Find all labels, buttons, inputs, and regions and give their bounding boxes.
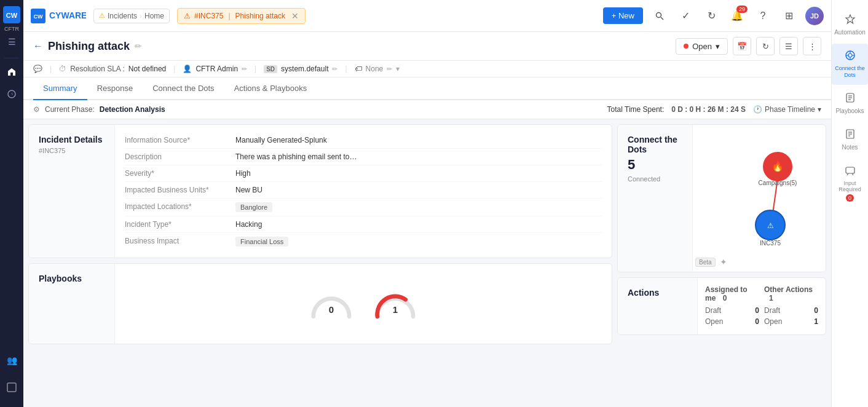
- tab-close-button[interactable]: ✕: [291, 11, 299, 21]
- list-icon[interactable]: ☰: [779, 37, 798, 55]
- system-edit-icon[interactable]: ✏: [332, 65, 337, 73]
- phase-left: ⚙ Current Phase: Detection Analysis: [33, 105, 165, 114]
- meta-assignee: 👤 CFTR Admin ✏: [183, 65, 247, 73]
- draft-label-other: Draft: [764, 306, 780, 315]
- assignee-icon: 👤: [183, 65, 192, 73]
- sidebar-bottom-icon[interactable]: [2, 377, 22, 397]
- card-inner: Incident Details #INC375 Information Sou…: [29, 125, 612, 258]
- actions-label-section: Actions: [618, 278, 698, 334]
- panel-item-playbooks[interactable]: Playbooks: [832, 86, 868, 121]
- grid-icon[interactable]: ⊞: [779, 7, 798, 25]
- open-value-mine: 0: [755, 317, 759, 326]
- calendar-icon[interactable]: 📅: [733, 37, 751, 55]
- open-label-mine: Open: [705, 317, 723, 326]
- assigned-count: 0: [723, 294, 727, 302]
- tab-response[interactable]: Response: [87, 77, 143, 100]
- card-label-section: Incident Details #INC375: [29, 125, 115, 258]
- tag-edit-icon[interactable]: ✏: [387, 65, 392, 73]
- field-description: Description There was a phishing email s…: [125, 149, 602, 165]
- notification-badge: 29: [736, 6, 748, 13]
- sidebar-icon-1[interactable]: [2, 84, 22, 104]
- app-logo[interactable]: CW CFTR: [2, 5, 22, 25]
- tab-actions-playbooks[interactable]: Actions & Playbooks: [224, 77, 317, 100]
- sidebar-home-icon[interactable]: [2, 62, 22, 82]
- svg-text:⚠: ⚠: [767, 221, 774, 230]
- panel-item-automation[interactable]: Automation: [832, 7, 868, 42]
- other-actions-header: Other Actions 1: [764, 285, 818, 302]
- incident-id-label: #INC375: [39, 147, 105, 154]
- new-button[interactable]: + New: [603, 7, 643, 24]
- resolution-sla-label: Resolution SLA :: [70, 65, 125, 73]
- automation-icon: [845, 14, 856, 28]
- svg-rect-32: [846, 167, 854, 173]
- left-sidebar: CW CFTR ☰ 👥: [0, 0, 23, 407]
- right-column: Connect the Dots 5 Connected: [617, 124, 826, 402]
- svg-point-19: [848, 53, 852, 57]
- svg-text:CYWARE: CYWARE: [49, 10, 86, 20]
- back-arrow-icon[interactable]: ←: [33, 41, 43, 52]
- meta-system: SD system.default ✏: [264, 65, 337, 73]
- status-button[interactable]: Open ▾: [676, 38, 728, 55]
- refresh-icon[interactable]: ↻: [702, 7, 720, 25]
- right-panel: Automation Connect the Dots: [831, 0, 868, 407]
- title-edit-icon[interactable]: ✏: [135, 41, 142, 51]
- panel-item-notes[interactable]: Notes: [832, 122, 868, 157]
- playbooks-card: Playbooks 0: [28, 263, 612, 344]
- warn-icon: ⚠: [99, 12, 105, 20]
- location-tag: Banglore: [235, 202, 272, 212]
- graph-area: 🔥 Campaigns(5) ⚠ INC375 Beta: [693, 125, 826, 272]
- search-icon[interactable]: [650, 7, 669, 25]
- input-required-badge: 0: [846, 194, 854, 202]
- svg-text:CW: CW: [6, 12, 18, 19]
- tab-connect-dots[interactable]: Connect the Dots: [143, 77, 224, 100]
- draft-label-mine: Draft: [705, 306, 721, 315]
- actions-body: Assigned to me 0 Draft 0 Ope: [698, 278, 826, 334]
- panel-item-connect-dots[interactable]: Connect the Dots: [832, 44, 868, 85]
- field-business-units: Impacted Business Units* New BU: [125, 182, 602, 199]
- connect-dots-graph: 🔥 Campaigns(5) ⚠ INC375: [698, 130, 821, 265]
- svg-point-7: [657, 12, 661, 17]
- actions-card: Actions Assigned to me 0: [617, 277, 826, 335]
- more-options-icon[interactable]: ⋮: [803, 37, 821, 55]
- field-value-locations: Banglore: [235, 202, 275, 212]
- notification-icon[interactable]: 🔔 29: [728, 7, 746, 25]
- refresh-action-icon[interactable]: ↻: [756, 37, 775, 55]
- phase-timeline-button[interactable]: 🕐 Phase Timeline ▾: [753, 105, 821, 114]
- tag-chevron-icon[interactable]: ▾: [396, 65, 400, 73]
- cyware-logo: CW CYWARE: [31, 9, 86, 23]
- connect-dots-panel-label: Connect the Dots: [834, 65, 866, 79]
- svg-text:0: 0: [329, 304, 334, 315]
- meta-tags: 🏷 None ✏ ▾: [355, 65, 400, 73]
- open-label-other: Open: [764, 317, 782, 326]
- breadcrumb[interactable]: ⚠ Incidents › Home: [93, 9, 170, 23]
- sidebar-bottom: 👥: [2, 350, 22, 407]
- action-row-draft-mine: Draft 0: [705, 305, 759, 316]
- graph-settings-icon[interactable]: ✦: [720, 257, 727, 267]
- status-dot: [684, 44, 688, 49]
- title-right: Open ▾ 📅 ↻ ☰ ⋮: [676, 37, 821, 55]
- svg-text:INC375: INC375: [760, 240, 781, 247]
- phase-timeline-label: Phase Timeline: [765, 105, 815, 114]
- actions-inner: Actions Assigned to me 0: [618, 278, 826, 334]
- assigned-to-me-header: Assigned to me 0: [705, 285, 759, 302]
- action-row-open-other: Open 1: [764, 316, 818, 327]
- panel-item-input-required[interactable]: Input Required 0: [832, 159, 868, 208]
- other-actions-col: Other Actions 1 Draft 0 Open: [764, 285, 818, 327]
- field-locations: Impacted Locations* Banglore: [125, 199, 602, 216]
- tab-separator: |: [228, 12, 230, 20]
- system-value: system.default: [281, 65, 328, 73]
- assignee-edit-icon[interactable]: ✏: [242, 65, 247, 73]
- sidebar-menu-icon[interactable]: ☰: [2, 32, 22, 52]
- playbooks-label: Playbooks: [29, 264, 115, 344]
- checkmark-icon[interactable]: ✓: [676, 7, 695, 25]
- playbooks-inner: Playbooks 0: [29, 264, 612, 344]
- tabs-bar: Summary Response Connect the Dots Action…: [23, 77, 831, 100]
- playbooks-panel-icon: [845, 92, 856, 106]
- page-title: Phishing attack: [48, 40, 130, 53]
- tab-summary[interactable]: Summary: [33, 77, 87, 100]
- user-avatar[interactable]: JD: [805, 7, 824, 25]
- active-incident-tab[interactable]: ⚠ #INC375 | Phishing attack ✕: [177, 8, 306, 24]
- phase-filter-icon[interactable]: ⚙: [33, 105, 40, 114]
- sidebar-people-icon[interactable]: 👥: [2, 350, 22, 370]
- help-icon[interactable]: ?: [754, 7, 772, 25]
